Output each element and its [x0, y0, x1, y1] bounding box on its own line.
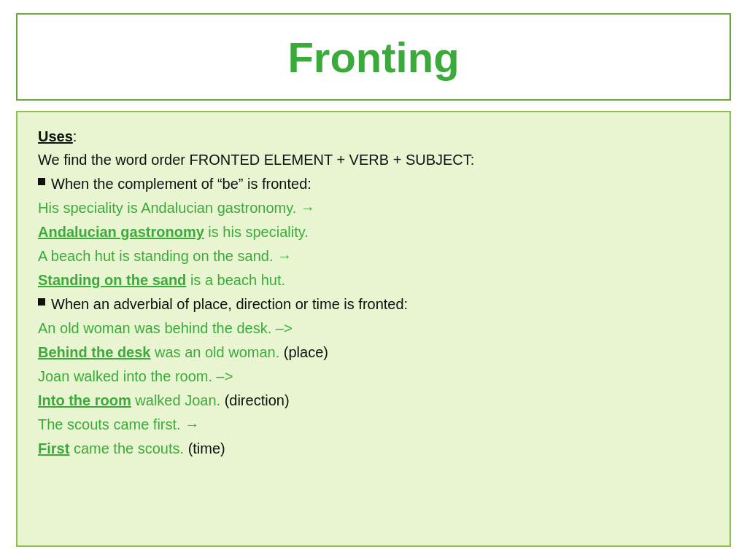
fronted-standing: Standing on the sand: [38, 272, 186, 288]
slide-title: Fronting: [287, 33, 459, 82]
fronted-first: First: [38, 440, 69, 456]
bullet-icon: [38, 178, 45, 185]
rest-first: came the scouts.: [69, 440, 184, 456]
rest-room: walked Joan.: [131, 392, 220, 408]
bullet-icon-2: [38, 298, 45, 306]
uses-colon: :: [73, 128, 77, 144]
line-desk-fronted: Behind the desk was an old woman. (place…: [38, 342, 709, 363]
bullet-adverbial: When an adverbial of place, direction or…: [38, 294, 709, 315]
fronted-room: Into the room: [38, 392, 131, 408]
line-speciality-original: His speciality is Andalucian gastronomy.…: [38, 198, 709, 219]
line-word-order: We find the word order FRONTED ELEMENT +…: [38, 149, 709, 171]
line-scouts-original: The scouts came first. →: [38, 414, 709, 435]
line-beach-fronted: Standing on the sand is a beach hut.: [38, 270, 709, 291]
fronted-desk: Behind the desk: [38, 344, 150, 360]
rest-desk: was an old woman.: [150, 344, 279, 360]
line-room-fronted: Into the room walked Joan. (direction): [38, 390, 709, 411]
bullet-complement-text: When the complement of “be” is fronted:: [51, 174, 311, 195]
fronted-andalucian: Andalucian gastronomy: [38, 224, 204, 240]
rest-standing: is a beach hut.: [186, 272, 285, 288]
paren-direction: (direction): [225, 392, 290, 408]
line-desk-original: An old woman was behind the desk. –>: [38, 318, 709, 339]
slide-container: Fronting Uses: We find the word order FR…: [0, 0, 747, 560]
line-scouts-fronted: First came the scouts. (time): [38, 438, 709, 459]
rest-andalucian: is his speciality.: [204, 224, 309, 240]
bullet-adverbial-text: When an adverbial of place, direction or…: [51, 294, 408, 315]
uses-label: Uses: [38, 128, 73, 144]
line-room-original: Joan walked into the room. –>: [38, 366, 709, 387]
line-beach-original: A beach hut is standing on the sand. →: [38, 246, 709, 267]
line-speciality-fronted: Andalucian gastronomy is his speciality.: [38, 222, 709, 243]
content-box: Uses: We find the word order FRONTED ELE…: [16, 111, 731, 547]
paren-place: (place): [284, 344, 328, 360]
title-box: Fronting: [16, 13, 731, 101]
bullet-complement: When the complement of “be” is fronted:: [38, 174, 709, 195]
uses-line: Uses:: [38, 128, 709, 145]
paren-time: (time): [188, 440, 225, 456]
